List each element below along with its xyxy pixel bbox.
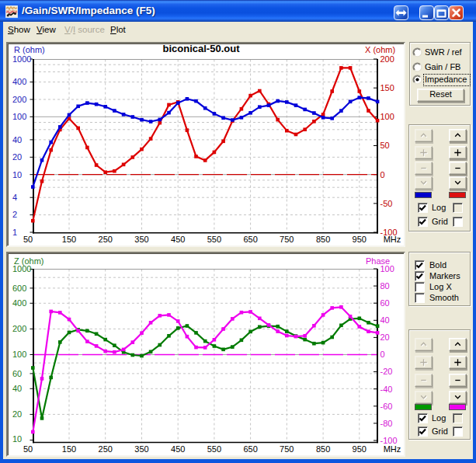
svg-text:850: 850 [316, 235, 330, 244]
svg-text:1: 1 [12, 228, 17, 237]
svg-text:250: 250 [99, 444, 113, 454]
svg-text:450: 450 [171, 235, 185, 244]
svg-text:1000: 1000 [12, 54, 31, 64]
svg-text:-60: -60 [380, 402, 393, 411]
svg-text:MHz: MHz [384, 235, 401, 244]
svg-text:450: 450 [171, 444, 185, 454]
svg-text:biconical-50.out: biconical-50.out [163, 44, 241, 54]
svg-text:550: 550 [207, 235, 221, 244]
svg-text:850: 850 [316, 444, 330, 454]
svg-text:350: 350 [134, 444, 148, 454]
svg-text:100: 100 [12, 112, 26, 121]
svg-text:R (ohm): R (ohm) [14, 45, 45, 54]
svg-text:-100: -100 [380, 436, 398, 445]
svg-text:350: 350 [134, 235, 148, 244]
svg-text:400: 400 [12, 298, 26, 308]
svg-text:950: 950 [353, 235, 367, 244]
svg-text:200: 200 [12, 324, 26, 333]
svg-text:400: 400 [12, 77, 26, 86]
svg-text:950: 950 [353, 444, 367, 454]
svg-text:10: 10 [12, 434, 22, 444]
svg-text:1000: 1000 [12, 264, 31, 273]
svg-text:0: 0 [380, 350, 385, 359]
svg-text:50: 50 [380, 141, 390, 150]
svg-text:MHz: MHz [384, 444, 401, 454]
svg-text:40: 40 [380, 315, 390, 325]
svg-text:100: 100 [12, 350, 26, 359]
svg-text:100: 100 [380, 264, 394, 273]
svg-text:150: 150 [62, 444, 76, 454]
svg-text:550: 550 [207, 444, 221, 454]
svg-text:150: 150 [380, 83, 394, 92]
svg-text:650: 650 [243, 444, 257, 454]
svg-text:200: 200 [12, 95, 26, 104]
svg-text:20: 20 [380, 332, 390, 342]
svg-text:-80: -80 [380, 419, 393, 428]
svg-text:10: 10 [12, 170, 22, 179]
svg-text:750: 750 [280, 444, 294, 454]
svg-text:750: 750 [280, 235, 294, 244]
svg-text:0: 0 [380, 170, 385, 179]
svg-text:-20: -20 [380, 367, 393, 376]
svg-text:20: 20 [12, 409, 22, 419]
svg-text:40: 40 [12, 135, 22, 144]
svg-text:50: 50 [23, 444, 33, 454]
svg-text:4: 4 [12, 193, 17, 202]
svg-text:-50: -50 [380, 199, 393, 208]
svg-text:2: 2 [12, 210, 17, 219]
svg-text:600: 600 [12, 284, 26, 293]
svg-text:200: 200 [380, 54, 394, 64]
svg-text:40: 40 [12, 384, 22, 393]
svg-text:250: 250 [99, 235, 113, 244]
svg-text:80: 80 [380, 281, 390, 291]
svg-text:650: 650 [243, 235, 257, 244]
svg-text:20: 20 [12, 152, 22, 162]
svg-text:60: 60 [380, 298, 390, 308]
svg-text:100: 100 [380, 112, 394, 121]
svg-text:60: 60 [12, 369, 22, 378]
svg-text:150: 150 [62, 235, 76, 244]
svg-text:50: 50 [23, 235, 33, 244]
svg-text:-40: -40 [380, 385, 393, 394]
svg-text:X (ohm): X (ohm) [365, 45, 395, 54]
